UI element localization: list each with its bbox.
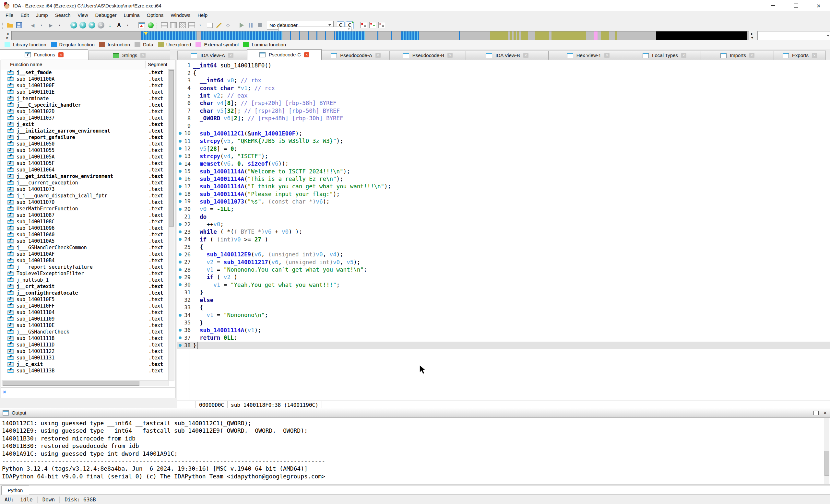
float-panel-icon[interactable]: [813, 411, 819, 415]
tab-close-icon[interactable]: ×: [523, 53, 529, 58]
code-line[interactable]: 11 strcpy(v5, "QKEMK{7JB5_i5_W3SllD_3z_W…: [177, 137, 830, 145]
function-row[interactable]: j_terminate.text: [1, 95, 168, 102]
function-row[interactable]: j_exit.text: [1, 121, 168, 128]
function-row[interactable]: j__get_initial_narrow_environment.text: [1, 173, 168, 179]
close-button[interactable]: ×: [807, 0, 830, 11]
navigator-scroll-left[interactable]: ◀▶: [4, 31, 10, 40]
tab-close-icon[interactable]: ×: [604, 53, 610, 58]
function-row[interactable]: sub_140011109.text: [1, 316, 168, 322]
navigation-band[interactable]: [11, 31, 749, 40]
filter-close-icon[interactable]: ×: [3, 389, 6, 395]
start-process-icon[interactable]: [237, 21, 246, 30]
column-segment[interactable]: Segment: [148, 62, 167, 67]
code-line[interactable]: 5 int v2; // eax: [177, 92, 830, 99]
function-row[interactable]: j__set_fmode.text: [1, 69, 168, 76]
open-file-icon[interactable]: [6, 21, 14, 30]
menu-view[interactable]: View: [74, 12, 91, 18]
names-window-icon[interactable]: A: [115, 21, 123, 30]
close-panel-icon[interactable]: ×: [823, 410, 827, 416]
code-line[interactable]: 9: [177, 122, 830, 130]
names-dropdown-icon[interactable]: ▼: [124, 21, 132, 30]
edit-function-icon[interactable]: [215, 21, 223, 30]
function-row[interactable]: j__initialize_narrow_environment.text: [1, 128, 168, 134]
function-row[interactable]: j__c_exit.text: [1, 361, 168, 368]
scrollbar-thumb[interactable]: [169, 70, 174, 227]
function-row[interactable]: sub_140011050.text: [1, 141, 168, 147]
code-line[interactable]: 7 char v5[32]; // [rsp+28h] [rbp-50h] BY…: [177, 107, 830, 114]
code-line[interactable]: 1__int64 sub_1400118F0(): [177, 62, 830, 69]
function-row[interactable]: sub_140011073.text: [1, 186, 168, 193]
tab-ida-view-b[interactable]: IDA View-B×: [466, 51, 549, 60]
function-row[interactable]: sub_14001100A.text: [1, 76, 168, 82]
tab-close-icon[interactable]: ×: [681, 53, 687, 58]
code-line[interactable]: 28 v1 = "Nononono,You can`t get what you…: [177, 266, 830, 273]
code-line[interactable]: 27 v2 = sub_140011217(v6, (unsigned int)…: [177, 258, 830, 266]
function-row[interactable]: TopLevelExceptionFilter.text: [1, 270, 168, 277]
function-row[interactable]: sub_1400110A5.text: [1, 238, 168, 244]
jump-forward-dropdown-icon[interactable]: ▼: [56, 21, 64, 30]
function-row[interactable]: j__configthreadlocale.text: [1, 290, 168, 296]
code-line[interactable]: 37 return 0LL;: [177, 334, 830, 342]
jump-by-name-icon[interactable]: ↓: [106, 21, 114, 30]
jump-forward-icon[interactable]: ▶: [47, 21, 55, 30]
code-line[interactable]: 17 sub_14001114A("I think you can get wh…: [177, 183, 830, 190]
function-row[interactable]: sub_14001113B.text: [1, 368, 168, 374]
function-row[interactable]: j_nullsub_1.text: [1, 277, 168, 283]
views-dropdown-icon[interactable]: ▼: [196, 21, 205, 30]
hex-dump-view-icon[interactable]: ≡: [88, 21, 96, 30]
function-row[interactable]: sub_140011122.text: [1, 348, 168, 355]
function-row[interactable]: sub_140011118.text: [1, 335, 168, 342]
menu-debugger[interactable]: Debugger: [92, 12, 120, 18]
menu-jump[interactable]: Jump: [32, 12, 52, 18]
function-row[interactable]: sub_1400110F5.text: [1, 296, 168, 303]
tab-local-types[interactable]: Local Types×: [628, 51, 701, 60]
tab-close-icon[interactable]: ×: [228, 53, 233, 58]
code-line[interactable]: 8 _OWORD v6[2]; // [rsp+48h] [rbp-30h] B…: [177, 114, 830, 122]
output-scrollbar[interactable]: [824, 418, 829, 484]
menu-lumina[interactable]: Lumina: [120, 12, 143, 18]
function-row[interactable]: sub_1400110FF.text: [1, 303, 168, 309]
jump-back-dropdown-icon[interactable]: ▼: [38, 21, 46, 30]
code-line[interactable]: 10 sub_1400112C1(&unk_14001E00F);: [177, 130, 830, 137]
function-row[interactable]: sub_14001101E.text: [1, 89, 168, 95]
function-row[interactable]: sub_1400110AF.text: [1, 251, 168, 257]
code-line[interactable]: 35 }: [177, 319, 830, 326]
code-line[interactable]: 25 {: [177, 243, 830, 250]
menu-help[interactable]: Help: [194, 12, 211, 18]
functions-vertical-scrollbar[interactable]: [168, 69, 174, 380]
function-row[interactable]: j___report_gsfailure.text: [1, 134, 168, 141]
function-row[interactable]: sub_14001105A.text: [1, 154, 168, 160]
lumina-icon[interactable]: [147, 21, 155, 30]
navigator-zoom-combo[interactable]: [757, 31, 830, 40]
tab-pseudocode-a[interactable]: Pseudocode-A×: [322, 51, 390, 60]
code-line[interactable]: 6 char v4[8]; // [rsp+20h] [rbp-58h] BYR…: [177, 100, 830, 107]
tab-functions[interactable]: Functions×: [0, 49, 88, 60]
tab-strings[interactable]: Strings×: [88, 51, 170, 60]
minimize-button[interactable]: [762, 0, 785, 11]
tab-close-icon[interactable]: ×: [304, 52, 309, 57]
code-line[interactable]: 21 do: [177, 213, 830, 221]
output-log[interactable]: 1400112C1: using guessed type __int64 __…: [0, 418, 830, 484]
save-database-icon[interactable]: [15, 21, 23, 30]
menu-edit[interactable]: Edit: [17, 12, 32, 18]
jump-back-icon[interactable]: ◀: [29, 21, 37, 30]
menu-options[interactable]: Options: [143, 12, 167, 18]
column-divider[interactable]: [145, 61, 146, 68]
tab-pseudocode-b[interactable]: Pseudocode-B×: [390, 51, 466, 60]
tab-close-icon[interactable]: ×: [812, 53, 817, 58]
code-line[interactable]: 19 sub_140011073("%s", (const char *)v6)…: [177, 198, 830, 205]
signatures-icon[interactable]: [187, 21, 196, 30]
breakpoint-list-icon[interactable]: [359, 21, 368, 30]
tab-pseudocode-c[interactable]: Pseudocode-C×: [247, 49, 322, 60]
code-line[interactable]: 30 v1 = "Yeah,You get what you want!!!";: [177, 281, 830, 289]
code-line[interactable]: 29 if ( v2 ): [177, 274, 830, 281]
functions-header[interactable]: Function name Segment: [1, 60, 175, 69]
function-row[interactable]: UserMathErrorFunction.text: [1, 205, 168, 212]
function-row[interactable]: sub_140011037.text: [1, 115, 168, 121]
structures-icon[interactable]: [160, 21, 168, 30]
function-row[interactable]: j___current_exception.text: [1, 179, 168, 186]
add-breakpoint-icon[interactable]: [368, 21, 377, 30]
tab-close-icon[interactable]: ×: [749, 53, 755, 58]
jump-to-address-icon[interactable]: →: [97, 21, 105, 30]
segments-icon[interactable]: [178, 21, 187, 30]
